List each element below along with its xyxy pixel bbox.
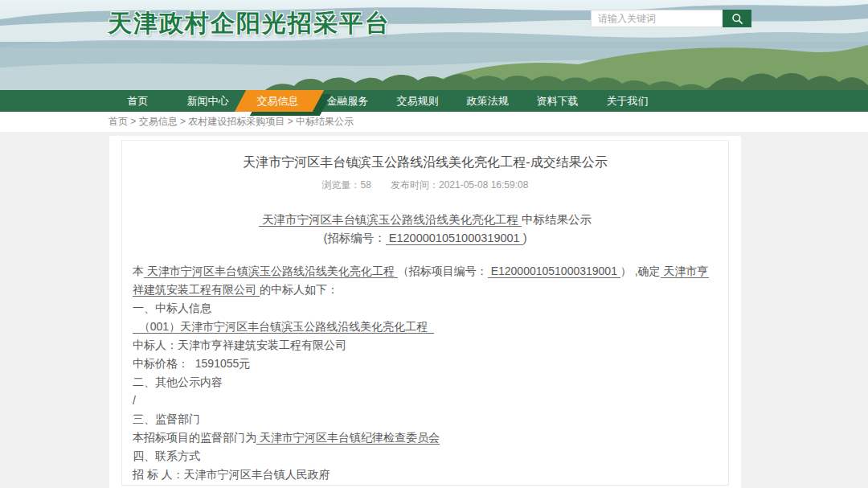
text-segment: （招标项目编号： xyxy=(398,265,488,277)
views-label: 浏览量： xyxy=(322,179,361,191)
article-line: / xyxy=(133,392,718,410)
article-line: 天津市宁河区丰台镇滨玉公路线沿线美化亮化工程 中标结果公示 xyxy=(133,211,718,229)
article-line: （001）天津市宁河区丰台镇滨玉公路线沿线美化亮化工程 xyxy=(133,318,718,336)
nav-item-label: 金融服务 xyxy=(327,95,369,107)
nav-item-label: 政策法规 xyxy=(467,95,509,107)
breadcrumb-bar: 首页 > 交易信息 > 农村建设招标采购项目 > 中标结果公示 xyxy=(0,112,868,132)
article-line: 本招标项目的监督部门为 天津市宁河区丰台镇纪律检查委员会 xyxy=(133,429,718,447)
search-icon xyxy=(731,13,743,25)
article-line: 一、中标人信息 xyxy=(133,299,718,318)
text-segment: 中标价格： 1591055元 xyxy=(133,357,250,370)
nav-item-label: 首页 xyxy=(128,95,149,107)
nav-item-home[interactable]: 首页 xyxy=(103,90,173,112)
text-segment: 一、中标人信息 xyxy=(133,301,211,314)
nav-item-about-us[interactable]: 关于我们 xyxy=(592,90,662,112)
nav-item-label: 交易规则 xyxy=(397,95,439,107)
site-banner: 天津政村企阳光招采平台 xyxy=(0,0,868,90)
article-line: (招标编号： E1200001051000319001 ) xyxy=(133,229,718,248)
nav-item-news-center[interactable]: 新闻中心 xyxy=(173,90,243,112)
underlined-text: E1200001051000319001 xyxy=(488,265,620,278)
site-title: 天津政村企阳光招采平台 xyxy=(108,7,391,40)
article-meta: 浏览量：58发布时间：2021-05-08 16:59:08 xyxy=(133,178,718,192)
nav-item-policies[interactable]: 政策法规 xyxy=(452,90,522,112)
nav-item-downloads[interactable]: 资料下载 xyxy=(522,90,592,112)
text-segment: 中标结果公示 xyxy=(522,213,592,226)
publish-label: 发布时间： xyxy=(391,179,439,191)
notice-heading: 天津市宁河区丰台镇滨玉公路线沿线美化亮化工程 中标结果公示(招标编号： E120… xyxy=(133,211,718,248)
article-line: 地 址：天津市宁河区丰台镇 xyxy=(133,484,718,486)
text-segment: ) xyxy=(523,232,527,244)
breadcrumb[interactable]: 首页 > 交易信息 > 农村建设招标采购项目 > 中标结果公示 xyxy=(108,116,354,127)
main-nav: 首页 新闻中心 交易信息 金融服务 交易规则 政策法规 资料下载 关于我们 xyxy=(0,90,868,112)
text-segment: 本 xyxy=(133,265,144,277)
text-segment: / xyxy=(133,394,136,407)
text-segment: (招标编号： xyxy=(323,232,385,244)
text-segment: 本招标项目的监督部门为 xyxy=(133,431,256,444)
text-segment: 中标人：天津市亨祥建筑安装工程有限公司 xyxy=(133,338,346,351)
nav-item-trade-info[interactable]: 交易信息 xyxy=(243,90,313,112)
content-card: 天津市宁河区丰台镇滨玉公路线沿线美化亮化工程-成交结果公示 浏览量：58发布时间… xyxy=(109,136,741,488)
underlined-text: E1200001051000319001 xyxy=(386,232,523,245)
underlined-text: 天津市宁河区丰台镇纪律检查委员会 xyxy=(256,431,440,445)
nav-item-label: 资料下载 xyxy=(537,95,579,107)
article-line: 二、其他公示内容 xyxy=(133,373,718,392)
nav-item-label: 新闻中心 xyxy=(187,95,229,107)
text-segment: 三、监督部门 xyxy=(133,412,200,425)
nav-item-label: 交易信息 xyxy=(257,95,299,107)
article-line: 三、监督部门 xyxy=(133,410,718,429)
search-input[interactable] xyxy=(591,10,723,27)
publish-time: 2021-05-08 16:59:08 xyxy=(439,179,528,191)
text-segment: 四、联系方式 xyxy=(133,449,200,462)
article-line: 招 标 人：天津市宁河区丰台镇人民政府 xyxy=(133,465,718,484)
nav-item-trade-rules[interactable]: 交易规则 xyxy=(383,90,452,112)
underlined-text: 天津市宁河区丰台镇滨玉公路线沿线美化亮化工程 xyxy=(259,213,522,227)
underlined-text: （001）天津市宁河区丰台镇滨玉公路线沿线美化亮化工程 xyxy=(133,320,434,334)
article-title: 天津市宁河区丰台镇滨玉公路线沿线美化亮化工程-成交结果公示 xyxy=(133,154,718,171)
article-line: 四、联系方式 xyxy=(133,447,718,465)
page: 天津政村企阳光招采平台 首页 新闻中心 交易信息 金融服务 交易规则 xyxy=(0,0,868,488)
text-segment: ） ,确定 xyxy=(620,265,661,277)
article-line: 本 天津市宁河区丰台镇滨玉公路线沿线美化亮化工程 （招标项目编号： E12000… xyxy=(133,262,718,299)
search-button[interactable] xyxy=(723,10,751,27)
nav-item-label: 关于我们 xyxy=(607,95,649,107)
notice-body: 本 天津市宁河区丰台镇滨玉公路线沿线美化亮化工程 （招标项目编号： E12000… xyxy=(133,262,718,486)
text-segment: 的中标人如下： xyxy=(260,283,338,296)
search-bar xyxy=(591,10,751,27)
article-line: 中标价格： 1591055元 xyxy=(133,355,718,373)
underlined-text: 天津市宁河区丰台镇滨玉公路线沿线美化亮化工程 xyxy=(144,265,398,278)
article-line: 中标人：天津市亨祥建筑安装工程有限公司 xyxy=(133,336,718,355)
text-segment: 招 标 人：天津市宁河区丰台镇人民政府 xyxy=(133,468,330,481)
content-area: 天津市宁河区丰台镇滨玉公路线沿线美化亮化工程-成交结果公示 浏览量：58发布时间… xyxy=(0,132,868,488)
text-segment: 二、其他公示内容 xyxy=(133,375,223,388)
article-container: 天津市宁河区丰台镇滨玉公路线沿线美化亮化工程-成交结果公示 浏览量：58发布时间… xyxy=(121,140,729,486)
views-count: 58 xyxy=(361,179,371,191)
